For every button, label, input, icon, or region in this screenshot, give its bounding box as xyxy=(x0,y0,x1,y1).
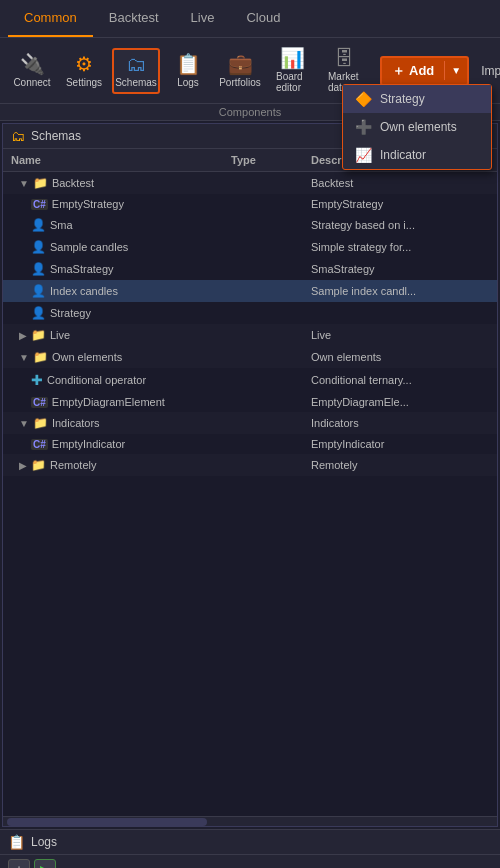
panel-title-text: Schemas xyxy=(31,129,81,143)
table-row[interactable]: C# EmptyIndicator EmptyIndicator xyxy=(3,434,497,454)
play-icon: ▶ xyxy=(40,862,51,868)
table-row[interactable]: ▶ 📁 Live Live xyxy=(3,324,497,346)
market-data-icon: 🗄 xyxy=(334,48,354,68)
settings-button[interactable]: ⚙ Settings xyxy=(60,50,108,92)
row-description xyxy=(303,311,453,315)
cs-icon: C# xyxy=(31,199,48,210)
import-label: Import xyxy=(481,64,500,78)
dropdown-own-elements[interactable]: ➕ Own elements xyxy=(343,113,491,141)
portfolios-button[interactable]: 💼 Portfolios xyxy=(216,50,264,92)
row-name-text: Live xyxy=(50,329,70,341)
row-id xyxy=(453,311,497,315)
own-elements-icon: ➕ xyxy=(355,119,372,135)
tab-cloud[interactable]: Cloud xyxy=(230,0,296,37)
strategy-icon: 🔶 xyxy=(355,91,372,107)
main-toolbar: 🔌 Connect ⚙ Settings 🗂 Schemas 📋 Logs 💼 … xyxy=(0,38,500,104)
col-name: Name xyxy=(3,152,223,168)
cs-icon: C# xyxy=(31,439,48,450)
row-id xyxy=(453,333,497,337)
row-name: C# EmptyIndicator xyxy=(3,436,223,452)
top-tabs: Common Backtest Live Cloud xyxy=(0,0,500,38)
person-icon: 👤 xyxy=(31,240,46,254)
dropdown-strategy[interactable]: 🔶 Strategy xyxy=(343,85,491,113)
row-description: Live xyxy=(303,327,453,343)
table-row[interactable]: 👤 Sample candles Simple strategy for... xyxy=(3,236,497,258)
person-icon: 👤 xyxy=(31,262,46,276)
bottom-toolbar: ＋ ▶ xyxy=(0,854,500,868)
add-button-group[interactable]: ＋ Add ▼ xyxy=(380,56,469,86)
row-description: EmptyIndicator xyxy=(303,436,453,452)
tab-backtest[interactable]: Backtest xyxy=(93,0,175,37)
table-row[interactable]: ✚ Conditional operator Conditional terna… xyxy=(3,368,497,392)
tab-live[interactable]: Live xyxy=(175,0,231,37)
settings-icon: ⚙ xyxy=(75,54,93,74)
row-name: ▼ 📁 Backtest xyxy=(3,174,223,192)
table-row[interactable]: 👤 Strategy xyxy=(3,302,497,324)
table-row[interactable]: 👤 Sma Strategy based on i... xyxy=(3,214,497,236)
log-bar-label: Logs xyxy=(31,835,57,849)
table-row[interactable]: C# EmptyStrategy EmptyStrategy xyxy=(3,194,497,214)
row-name: ▶ 📁 Live xyxy=(3,326,223,344)
folder-icon: 📁 xyxy=(33,350,48,364)
row-name-text: Backtest xyxy=(52,177,94,189)
dropdown-indicator-label: Indicator xyxy=(380,148,426,162)
add-arrow-button[interactable]: ▼ xyxy=(444,61,467,80)
row-name: C# EmptyDiagramElement xyxy=(3,394,223,410)
row-id xyxy=(453,181,497,185)
cross-icon: ✚ xyxy=(31,372,43,388)
row-name: 👤 SmaStrategy xyxy=(3,260,223,278)
portfolios-label: Portfolios xyxy=(219,77,261,88)
logs-button[interactable]: 📋 Logs xyxy=(164,50,212,92)
row-name-text: Own elements xyxy=(52,351,122,363)
horizontal-scrollbar[interactable] xyxy=(3,816,497,826)
expand-icon: ▼ xyxy=(19,418,29,429)
row-type xyxy=(223,267,303,271)
add-item-button[interactable]: ＋ xyxy=(8,859,30,868)
row-description: EmptyStrategy xyxy=(303,196,453,212)
schemas-button[interactable]: 🗂 Schemas xyxy=(112,48,160,94)
expand-icon: ▼ xyxy=(19,352,29,363)
row-description: Simple strategy for... xyxy=(303,239,453,255)
connect-icon: 🔌 xyxy=(20,54,45,74)
add-main-button[interactable]: ＋ Add xyxy=(382,58,444,84)
dropdown-indicator[interactable]: 📈 Indicator xyxy=(343,141,491,169)
row-name: ▶ 📁 Remotely xyxy=(3,456,223,474)
row-type xyxy=(223,442,303,446)
play-button[interactable]: ▶ xyxy=(34,859,56,868)
tab-common[interactable]: Common xyxy=(8,0,93,37)
row-name: 👤 Sample candles xyxy=(3,238,223,256)
table-row[interactable]: ▼ 📁 Own elements Own elements xyxy=(3,346,497,368)
folder-icon: 📁 xyxy=(31,458,46,472)
add-plus-icon: ＋ xyxy=(392,62,405,80)
connect-button[interactable]: 🔌 Connect xyxy=(8,50,56,92)
board-editor-label: Board editor xyxy=(276,71,308,93)
table-row[interactable]: ▼ 📁 Backtest Backtest xyxy=(3,172,497,194)
add-dropdown-menu: 🔶 Strategy ➕ Own elements 📈 Indicator xyxy=(342,84,492,170)
row-description: Indicators xyxy=(303,415,453,431)
row-name: ▼ 📁 Own elements xyxy=(3,348,223,366)
cs-icon: C# xyxy=(31,397,48,408)
expand-icon: ▼ xyxy=(19,178,29,189)
table-row[interactable]: C# EmptyDiagramElement EmptyDiagramEle..… xyxy=(3,392,497,412)
folder-icon: 📁 xyxy=(31,328,46,342)
connect-label: Connect xyxy=(13,77,50,88)
table-row[interactable]: 👤 SmaStrategy SmaStrategy xyxy=(3,258,497,280)
row-name-text: Sma xyxy=(50,219,73,231)
row-id xyxy=(453,442,497,446)
h-scrollbar-thumb xyxy=(7,818,207,826)
table-row[interactable]: 👤 Index candles Sample index candl... xyxy=(3,280,497,302)
row-type xyxy=(223,463,303,467)
dropdown-strategy-label: Strategy xyxy=(380,92,425,106)
schemas-icon: 🗂 xyxy=(126,54,146,74)
row-type xyxy=(223,311,303,315)
table-row[interactable]: ▼ 📁 Indicators Indicators xyxy=(3,412,497,434)
row-name: ▼ 📁 Indicators xyxy=(3,414,223,432)
import-button[interactable]: Import ▼ xyxy=(473,60,500,82)
row-type xyxy=(223,202,303,206)
table-row[interactable]: ▶ 📁 Remotely Remotely xyxy=(3,454,497,476)
board-editor-button[interactable]: 📊 Board editor xyxy=(268,44,316,97)
add-item-icon: ＋ xyxy=(12,861,26,868)
folder-icon: 📁 xyxy=(33,176,48,190)
expand-icon: ▶ xyxy=(19,330,27,341)
row-id xyxy=(453,355,497,359)
